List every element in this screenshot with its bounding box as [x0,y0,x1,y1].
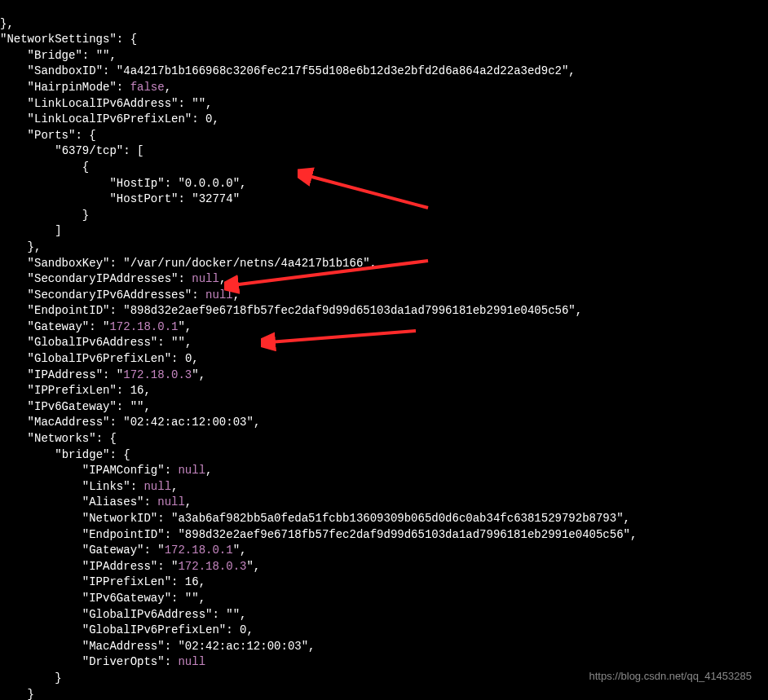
val-net-globalipv6prefix: 0 [240,623,246,636]
code-line: "NetworkSettings": { [0,33,137,46]
val-networkid: "a3ab6af982bb5a0feda51fcbb13609309b065d0… [171,512,624,525]
code-line: "IPv6Gateway": "", [0,400,151,413]
code-line: "Gateway": "172.18.0.1", [0,320,192,333]
code-line: "SandboxKey": "/var/run/docker/netns/4a4… [0,257,377,270]
val-net-globalipv6addr: "" [226,608,240,621]
code-line: "DriverOpts": null [0,655,205,668]
val-net-macaddress: "02:42:ac:12:00:03" [178,640,308,653]
val-secondaryip: null [192,272,219,285]
key-net-endpointid: EndpointID [89,528,157,541]
code-line: "GlobalIPv6PrefixLen": 0, [0,352,199,365]
key-networksettings: NetworkSettings [7,33,109,46]
val-net-ipv6gateway: "" [185,592,199,605]
key-net-ipaddress: IPAddress [89,560,151,573]
key-ports: Ports [34,129,68,142]
val-globalipv6addr: "" [171,336,185,349]
code-line: { [0,161,89,174]
key-port-proto: 6379/tcp [62,144,117,157]
code-line: } [0,671,62,685]
code-line: "IPv6Gateway": "", [0,592,205,605]
val-ipamconfig: null [178,464,205,477]
code-line: "NetworkID": "a3ab6af982bb5a0feda51fcbb1… [0,512,630,525]
code-line: "GlobalIPv6Address": "", [0,336,192,349]
val-ipprefixlen: 16 [130,384,144,397]
key-sandboxid: SandboxID [34,64,96,77]
code-line: "IPAddress": "172.18.0.3", [0,560,260,573]
key-endpointid: EndpointID [34,304,103,317]
key-ipaddress: IPAddress [34,368,96,381]
key-gateway: Gateway [34,320,82,333]
code-line: "MacAddress": "02:42:ac:12:00:03", [0,416,260,429]
key-ipamconfig: IPAMConfig [89,464,157,477]
val-hairpin: false [130,81,165,94]
key-macaddress: MacAddress [34,416,103,429]
key-hairpin: HairpinMode [34,81,109,94]
key-globalipv6addr: GlobalIPv6Address [34,336,151,349]
key-hostport: HostPort [117,192,171,205]
key-secondaryipv6: SecondaryIPv6Addresses [34,288,185,302]
code-line: "IPPrefixLen": 16, [0,384,151,397]
val-ipaddress: 172.18.0.3 [123,368,192,381]
code-line: "IPPrefixLen": 16, [0,575,205,588]
val-hostport: "32774" [192,192,240,205]
code-line: "LinkLocalIPv6PrefixLen": 0, [0,112,219,125]
code-line: "MacAddress": "02:42:ac:12:00:03", [0,640,316,653]
val-endpointid: "898d32e2aef9e6718fb57fec2daf9d99d65103d… [123,304,576,317]
code-line: ] [0,224,62,237]
key-net-ipv6gateway: IPv6Gateway [89,592,164,605]
key-linklocal: LinkLocalIPv6Address [34,97,171,110]
key-driveropts: DriverOpts [89,655,157,668]
key-ipv6gateway: IPv6Gateway [34,400,109,413]
val-net-ipaddress: 172.18.0.3 [178,560,246,573]
code-line: }, [0,240,41,253]
key-linklocalprefix: LinkLocalIPv6PrefixLen [34,112,185,125]
val-linklocalprefix: 0 [205,112,212,125]
val-sandboxkey: "/var/run/docker/netns/4a4217b1b166" [123,257,369,270]
val-secondaryipv6: null [205,288,233,302]
key-links: Links [89,480,123,493]
key-sandboxkey: SandboxKey [34,257,103,270]
code-line: "Bridge": "", [0,49,117,62]
key-aliases: Aliases [89,495,137,508]
code-line: "Links": null, [0,480,178,493]
key-globalipv6prefix: GlobalIPv6PrefixLen [34,352,165,365]
key-ipprefixlen: IPPrefixLen [34,384,109,397]
code-line: "GlobalIPv6PrefixLen": 0, [0,623,254,636]
code-line: "HostPort": "32774" [0,192,240,205]
val-globalipv6prefix: 0 [185,352,192,365]
code-line: "LinkLocalIPv6Address": "", [0,97,212,110]
val-bridge: "" [96,49,110,62]
key-secondaryip: SecondaryIPAddresses [34,272,171,285]
key-hostip: HostIp [117,177,157,190]
key-networkid: NetworkID [89,512,151,525]
key-bridge-net: bridge [62,448,103,461]
code-line: "6379/tcp": [ [0,144,143,157]
val-macaddress: "02:42:ac:12:00:03" [123,416,254,429]
code-line: "EndpointID": "898d32e2aef9e6718fb57fec2… [0,304,582,317]
key-net-globalipv6prefix: GlobalIPv6PrefixLen [89,623,219,636]
val-aliases: null [157,495,185,508]
val-driveropts: null [178,655,205,668]
code-line: "GlobalIPv6Address": "", [0,608,246,621]
key-net-macaddress: MacAddress [89,640,157,653]
val-net-gateway: 172.18.0.1 [165,544,233,557]
code-line: "EndpointID": "898d32e2aef9e6718fb57fec2… [0,528,637,541]
code-line: }, [0,17,14,30]
code-line: "SecondaryIPv6Addresses": null, [0,288,240,302]
code-line: "bridge": { [0,448,130,461]
key-net-gateway: Gateway [89,544,137,557]
code-line: } [0,209,89,222]
code-line: } [0,688,34,700]
code-line: "HairpinMode": false, [0,81,171,94]
code-line: "Gateway": "172.18.0.1", [0,544,246,557]
code-line: "IPAddress": "172.18.0.3", [0,368,205,381]
val-net-endpointid: "898d32e2aef9e6718fb57fec2daf9d99d65103d… [178,528,630,541]
key-net-globalipv6addr: GlobalIPv6Address [89,608,205,621]
val-hostip: "0.0.0.0" [178,177,240,190]
val-net-ipprefixlen: 16 [185,575,199,588]
val-linklocal: "" [192,97,205,110]
code-line: "Aliases": null, [0,495,192,508]
code-line: "Networks": { [0,432,117,445]
val-ipv6gateway: "" [130,400,144,413]
code-line: "Ports": { [0,129,96,142]
